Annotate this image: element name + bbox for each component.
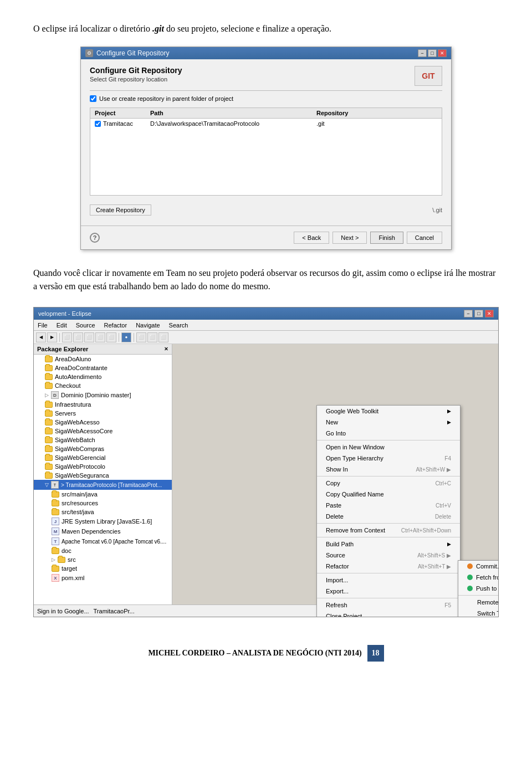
help-icon[interactable]: ?	[90, 233, 100, 243]
toolbar-btn-5[interactable]: ⬜	[84, 332, 94, 342]
ctx-export[interactable]: Export...	[317, 586, 460, 597]
dialog-bottom-row: Create Repository \.git	[90, 201, 442, 219]
ctx-build-path[interactable]: Build Path ▶	[317, 539, 460, 550]
ctx-refactor[interactable]: Refactor Alt+Shift+T ▶	[317, 561, 460, 572]
panel-close-btn[interactable]: ✕	[164, 346, 168, 352]
folder-icon	[45, 402, 53, 408]
tree-item-sigawebprotocolo[interactable]: SigaWebProtocolo	[34, 462, 172, 471]
team-push-upstream[interactable]: Push to Upstream	[458, 583, 499, 594]
toolbar-btn-10[interactable]: ⬜	[147, 332, 157, 342]
table-data-row[interactable]: Tramitacac D:\Java\workspace\TramitacaoP…	[90, 119, 442, 129]
toolbar-btn-2[interactable]: ▶	[47, 332, 57, 342]
ctx-copy-qualified[interactable]: Copy Qualified Name	[317, 489, 460, 500]
tree-item-sigawebgerencial[interactable]: SigaWebGerencial	[34, 453, 172, 462]
tree-item-sigawebacescore[interactable]: SigaWebAcessoCore	[34, 427, 172, 435]
team-item-row: Fetch from Upstream	[467, 574, 499, 581]
tree-item-srcresources[interactable]: src/resources	[34, 499, 172, 508]
ctx-refresh[interactable]: Refresh F5	[317, 599, 460, 611]
ctx-label: Build Path	[326, 541, 354, 547]
tree-item-areadocontratante[interactable]: AreaDoContratante	[34, 363, 172, 372]
ctx-close-project[interactable]: Close Project	[317, 611, 460, 617]
tree-item-dominio[interactable]: ▷ D Dominio [Dominio master]	[34, 390, 172, 400]
ctx-new[interactable]: New ▶	[317, 417, 460, 428]
folder-icon	[45, 464, 53, 470]
tree-item-jre[interactable]: J JRE System Library [JavaSE-1.6]	[34, 516, 172, 526]
menu-refactor[interactable]: Refactor	[103, 321, 129, 329]
tree-item-checkout[interactable]: Checkout	[34, 381, 172, 390]
close-button[interactable]: ✕	[438, 49, 447, 57]
tree-item-autoatendimento[interactable]: AutoAtendimento	[34, 372, 172, 381]
tree-item-infraestrutura[interactable]: Infraestrutura	[34, 400, 172, 409]
ctx-go-into[interactable]: Go Into	[317, 428, 460, 439]
tree-item-areadoaluno[interactable]: AreaDoAluno	[34, 355, 172, 363]
ctx-show-in[interactable]: Show In Alt+Shift+W ▶	[317, 464, 460, 475]
tree-item-sigawebbatch[interactable]: SigaWebBatch	[34, 435, 172, 444]
tree-item-tomcat[interactable]: T Apache Tomcat v6.0 [Apache Tomcat v6..…	[34, 536, 172, 546]
toolbar-btn-7[interactable]: ⬜	[106, 332, 116, 342]
toolbar-btn-1[interactable]: ◀	[36, 332, 46, 342]
tree-item-pomxml[interactable]: X pom.xml	[34, 573, 172, 583]
tree-item-maven-deps[interactable]: M Maven Dependencies	[34, 526, 172, 536]
table-area: Project Path Repository Tramitacac D:\Ja…	[90, 107, 442, 196]
folder-icon	[58, 557, 65, 563]
ctx-open-new-window[interactable]: Open in New Window	[317, 442, 460, 453]
tree-item-sigawebcompras[interactable]: SigaWebCompras	[34, 444, 172, 453]
table-repo-cell: .git	[316, 120, 372, 127]
toolbar-btn-4[interactable]: ⬜	[73, 332, 83, 342]
tree-item-tramitacaoprotocolo[interactable]: ▽ T > TramitacaoProtocolo [TramitacaoPro…	[34, 480, 172, 490]
tree-item-srcmainjava[interactable]: src/main/java	[34, 490, 172, 499]
toolbar-btn-8[interactable]: ●	[121, 332, 131, 342]
tree-item-src[interactable]: ▷ src	[34, 555, 172, 564]
team-switch-to[interactable]: Switch To ▶	[458, 608, 499, 617]
menu-navigate[interactable]: Navigate	[134, 321, 161, 329]
ctx-shortcut: Ctrl+V	[436, 503, 451, 509]
status-sign-in[interactable]: Sign in to Google...	[37, 608, 89, 614]
eclipse-close[interactable]: ✕	[485, 310, 494, 317]
use-create-repo-checkbox[interactable]	[90, 95, 96, 102]
toolbar-btn-3[interactable]: ⬜	[62, 332, 72, 342]
ctx-remove-context[interactable]: Remove from Context Ctrl+Alt+Shift+Down	[317, 525, 460, 536]
create-repository-button[interactable]: Create Repository	[90, 204, 151, 216]
checkbox-row[interactable]: Use or create repository in parent folde…	[90, 95, 442, 102]
tree-item-srctestjava[interactable]: src/test/java	[34, 508, 172, 516]
tree-item-sigawebseguranca[interactable]: SigaWebSeguranca	[34, 471, 172, 480]
toolbar-btn-9[interactable]: ⬜	[136, 332, 146, 342]
team-commit[interactable]: Commit... Ctrl+#	[458, 561, 499, 572]
next-button[interactable]: Next >	[332, 232, 367, 244]
ctx-google-web-toolkit[interactable]: Google Web Toolkit ▶	[317, 406, 460, 417]
ctx-copy[interactable]: Copy Ctrl+C	[317, 478, 460, 489]
menu-search[interactable]: Search	[167, 321, 190, 329]
eclipse-minimize[interactable]: −	[464, 310, 473, 317]
back-button[interactable]: < Back	[294, 232, 329, 244]
maximize-button[interactable]: □	[428, 49, 437, 57]
tree-item-sigawebacesso[interactable]: SigaWebAcesso	[34, 418, 172, 427]
toolbar-btn-11[interactable]: ⬜	[158, 332, 168, 342]
ctx-paste[interactable]: Paste Ctrl+V	[317, 500, 460, 511]
team-fetch-upstream[interactable]: Fetch from Upstream	[458, 572, 499, 583]
tree-item-servers[interactable]: Servers	[34, 409, 172, 418]
tree-item-doc[interactable]: doc	[34, 546, 172, 555]
fetch-icon	[467, 575, 473, 580]
finish-button[interactable]: Finish	[370, 232, 403, 244]
ctx-label: Go Into	[326, 430, 346, 437]
ctx-open-type-hierarchy[interactable]: Open Type Hierarchy F4	[317, 453, 460, 464]
project-checkbox[interactable]	[95, 121, 101, 127]
team-submenu[interactable]: Commit... Ctrl+# Fetch from Upstream	[458, 560, 499, 617]
menu-file[interactable]: File	[36, 321, 49, 329]
menu-edit[interactable]: Edit	[55, 321, 69, 329]
ctx-source[interactable]: Source Alt+Shift+S ▶	[317, 550, 460, 561]
tree-item-target[interactable]: target	[34, 564, 172, 573]
eclipse-maximize[interactable]: □	[474, 310, 483, 317]
ctx-delete[interactable]: Delete Delete	[317, 511, 460, 522]
toolbar-btn-6[interactable]: ⬜	[95, 332, 105, 342]
ctx-import[interactable]: Import...	[317, 575, 460, 586]
ctx-shortcut: Alt+Shift+W ▶	[416, 467, 451, 473]
tree-label: src/resources	[62, 500, 98, 506]
team-remote[interactable]: Remote ▶	[458, 597, 499, 608]
context-menu[interactable]: Google Web Toolkit ▶ New ▶ Go Into Open	[316, 405, 461, 617]
cancel-button[interactable]: Cancel	[407, 232, 442, 244]
dialog-titlebar-buttons[interactable]: − □ ✕	[418, 49, 447, 57]
minimize-button[interactable]: −	[418, 49, 427, 57]
menu-source[interactable]: Source	[74, 321, 97, 329]
intro-text-part1: O eclipse irá localizar o diretório	[33, 24, 152, 33]
